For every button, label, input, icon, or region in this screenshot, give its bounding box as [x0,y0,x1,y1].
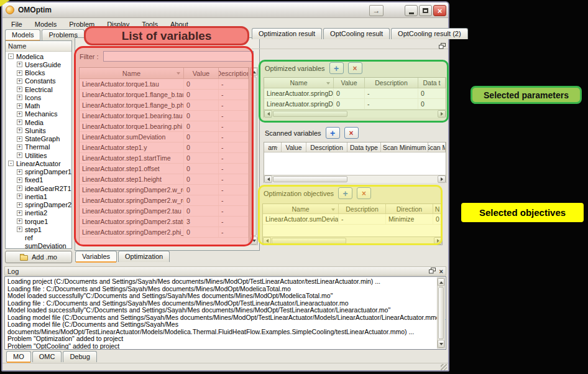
tree-item[interactable]: - LinearActuator [6,159,71,167]
scanned-horizontal-scrollbar[interactable] [264,175,446,183]
tree-toggle-icon[interactable]: + [17,70,22,76]
column-header[interactable]: Scan M [428,143,446,152]
remove-objective-button[interactable]: × [357,187,371,199]
column-header[interactable]: Value [184,68,219,78]
tree-item[interactable]: + Constants [6,77,71,85]
tree-item[interactable]: + SIunits [6,126,71,134]
variable-row[interactable]: LinearActuator.springDamper2.w_rel 0 - [80,195,249,206]
variable-row[interactable]: LinearActuator.step1.height 0 - [80,174,249,185]
tree-toggle-icon[interactable] [17,243,22,248]
variable-row[interactable]: LinearActuator.torque1.tau 0 - [80,79,249,90]
filter-input[interactable] [103,51,254,62]
variable-row[interactable]: LinearActuator.step1.offset 0 - [80,164,249,174]
scroll-down-button[interactable] [438,340,444,348]
column-header[interactable]: Description [339,204,386,213]
forward-arrow-button[interactable]: → [369,5,384,16]
scroll-up-button[interactable] [250,68,257,76]
variable-row[interactable]: LinearActuator.springDamper2.w_rel_start… [80,185,249,195]
left-tab[interactable]: Models [5,29,40,40]
scrollbar-track[interactable] [348,175,438,183]
tree-item[interactable]: + torque1 [6,217,71,225]
tree-item[interactable]: + idealGearR2T1 [6,184,71,192]
add-objective-button[interactable]: + [338,187,352,199]
variable-row[interactable]: LinearActuator.step1.startTime 0 - [80,153,249,164]
column-header[interactable]: Description [219,68,249,78]
tree-item[interactable]: + springDamper2 [6,201,71,209]
result-tab[interactable]: Optimization result [252,28,322,39]
add-scanned-variable-button[interactable]: + [326,127,340,139]
tree-item[interactable]: + Utilities [6,151,71,159]
tree-item[interactable]: + Icons [6,93,71,101]
tree-toggle-icon[interactable]: + [17,136,22,142]
float-panel-icon[interactable] [439,40,446,52]
tree-toggle-icon[interactable]: + [17,185,22,191]
scroll-right-button[interactable] [434,237,442,245]
tree-item[interactable]: + step1 [6,225,71,233]
scrollbar-thumb[interactable] [438,287,444,339]
column-header[interactable]: Value [282,143,306,152]
tree-toggle-icon[interactable]: + [17,144,22,150]
tree-item[interactable]: + Media [6,118,71,126]
log-vertical-scrollbar[interactable] [437,278,445,348]
center-tab[interactable]: Optimization [118,251,170,262]
column-header[interactable]: Name [264,78,334,88]
tree-toggle-icon[interactable]: + [17,103,22,109]
resize-grip-icon[interactable] [441,364,447,370]
tree-item[interactable]: + UsersGuide [6,60,71,68]
add-mo-button[interactable]: Add .mo [5,251,72,263]
scrollbar-thumb[interactable] [273,111,347,117]
remove-optimized-variable-button[interactable]: × [348,62,362,74]
tree-toggle-icon[interactable]: - [8,161,14,166]
float-panel-icon[interactable] [429,268,436,275]
variable-row[interactable]: LinearActuator.torque1.bearing.tau 0 - [80,111,249,121]
result-tab[interactable]: OptCooling result [323,28,390,39]
optimized-variable-row[interactable]: LinearActuator.springDamper2.d 0 - 0 [264,88,446,99]
scroll-left-button[interactable] [264,110,272,118]
optimized-horizontal-scrollbar[interactable] [264,110,446,118]
tree-item[interactable]: + inertia2 [6,209,71,217]
column-header[interactable]: am [264,143,282,152]
bottom-tab[interactable]: OMC [32,351,62,362]
scrollbar-thumb[interactable] [272,238,346,244]
scroll-right-button[interactable] [438,175,446,183]
column-header[interactable]: Scan Minimum [381,143,428,152]
variable-row[interactable]: LinearActuator.step1.y 0 - [80,143,249,153]
tree-toggle-icon[interactable]: + [17,111,22,117]
center-tab[interactable]: Variables [75,251,117,262]
tree-toggle-icon[interactable]: + [17,152,22,158]
column-header[interactable]: Data t [418,78,446,88]
tree-item[interactable]: + Blocks [6,69,71,77]
variable-row[interactable]: LinearActuator.torque1.flange_b.phi 0 - [80,100,249,111]
menu-item[interactable]: Models [29,19,63,29]
tree-item[interactable]: sumDeviation [6,242,71,248]
bottom-tab[interactable]: Debug [63,351,96,362]
tree-item[interactable]: + Math [6,102,71,110]
tree-item[interactable]: + StateGraph [6,135,71,143]
objectives-horizontal-scrollbar[interactable] [263,236,442,245]
variable-row[interactable]: LinearActuator.springDamper2.stateSelect… [80,217,249,227]
menu-item[interactable]: About [164,19,195,29]
scroll-left-button[interactable] [264,175,272,183]
scroll-down-button[interactable] [250,236,257,245]
optimized-variable-row[interactable]: LinearActuator.springDamper1.d 0 - 0 [264,99,446,110]
bottom-tab[interactable]: MO [6,351,31,362]
tree-toggle-icon[interactable]: + [17,218,22,224]
tree-item[interactable]: + inertia1 [6,192,71,200]
tree-toggle-icon[interactable]: + [17,202,22,208]
tree-toggle-icon[interactable]: + [17,62,22,67]
column-header[interactable]: Description [306,143,347,152]
menu-item[interactable]: Display [101,19,136,29]
tree-toggle-icon[interactable]: + [17,169,22,175]
result-tab[interactable]: OptCooling result (2) [391,28,468,39]
tree-item[interactable]: + Electrical [6,85,71,93]
tree-toggle-icon[interactable]: + [17,128,22,133]
tree-toggle-icon[interactable]: + [17,210,22,216]
column-header[interactable]: N [433,204,442,213]
column-header[interactable]: Description [365,78,418,88]
tree-item[interactable]: ref [6,234,71,242]
tree-item[interactable]: + fixed1 [6,176,71,184]
tree-item[interactable]: + springDamper1 [6,168,71,176]
tree-toggle-icon[interactable]: + [17,194,22,199]
tree-column-header[interactable]: Name [6,41,71,52]
scrollbar-track[interactable] [347,237,434,245]
